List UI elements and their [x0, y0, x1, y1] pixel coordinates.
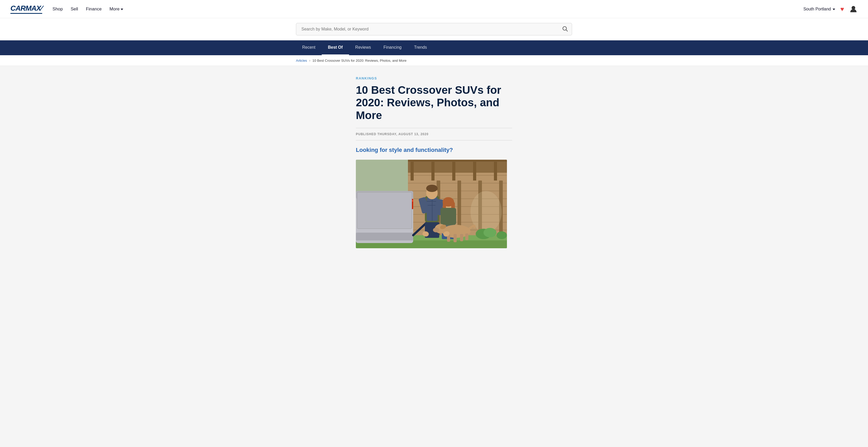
location-chevron-icon [833, 9, 835, 10]
logo[interactable]: CARMAX ∕ [10, 4, 42, 14]
svg-rect-33 [356, 233, 413, 241]
article: RANKINGS 10 Best Crossover SUVs for 2020… [356, 76, 512, 248]
svg-point-55 [433, 228, 439, 232]
search-button[interactable] [562, 26, 568, 33]
article-published-date: PUBLISHED THURSDAY, AUGUST 13, 2020 [356, 132, 512, 136]
favorites-button[interactable]: ♥ [840, 5, 844, 13]
main-content: RANKINGS 10 Best Crossover SUVs for 2020… [0, 66, 868, 264]
article-hero-image [356, 160, 507, 248]
tab-reviews[interactable]: Reviews [349, 40, 377, 55]
svg-rect-17 [410, 160, 414, 181]
nav-shop[interactable]: Shop [53, 6, 63, 12]
tab-financing[interactable]: Financing [377, 40, 408, 55]
svg-rect-34 [357, 192, 412, 229]
svg-rect-20 [473, 160, 476, 181]
breadcrumb-inner: Articles › 10 Best Crossover SUVs for 20… [296, 58, 572, 63]
svg-rect-21 [494, 160, 497, 181]
article-divider-bottom [356, 140, 512, 140]
article-nav: Recent Best Of Reviews Financing Trends [0, 40, 868, 55]
search-icon [562, 26, 568, 32]
svg-rect-59 [460, 234, 463, 241]
svg-point-1 [563, 27, 567, 30]
svg-rect-58 [454, 234, 457, 242]
article-nav-inner: Recent Best Of Reviews Financing Trends [296, 40, 572, 55]
nav-sell[interactable]: Sell [71, 6, 78, 12]
breadcrumb: Articles › 10 Best Crossover SUVs for 20… [0, 55, 868, 66]
svg-point-0 [851, 6, 855, 10]
article-title: 10 Best Crossover SUVs for 2020: Reviews… [356, 84, 512, 122]
svg-point-65 [497, 231, 507, 239]
main-nav: Shop Sell Finance More [53, 6, 123, 12]
svg-point-64 [484, 228, 497, 237]
chevron-down-icon [121, 9, 123, 10]
tab-best-of[interactable]: Best Of [322, 40, 349, 55]
header-right: South Portland ♥ [803, 5, 858, 13]
nav-more[interactable]: More [110, 6, 123, 12]
location-label: South Portland [803, 7, 831, 11]
svg-rect-16 [408, 160, 507, 162]
nav-finance[interactable]: Finance [86, 6, 102, 12]
location-selector[interactable]: South Portland [803, 7, 835, 11]
article-category: RANKINGS [356, 76, 512, 80]
breadcrumb-parent-link[interactable]: Articles [296, 59, 307, 63]
svg-rect-60 [465, 233, 468, 240]
breadcrumb-current: 10 Best Crossover SUVs for 2020: Reviews… [312, 59, 406, 63]
search-input[interactable] [296, 23, 572, 35]
hero-scene-svg [356, 160, 507, 248]
site-header: CARMAX ∕ Shop Sell Finance More South Po… [0, 0, 868, 18]
svg-point-42 [426, 185, 438, 192]
header-left: CARMAX ∕ Shop Sell Finance More [10, 4, 123, 14]
logo-text: CARMAX [10, 4, 41, 12]
logo-underline [10, 13, 42, 14]
user-account-button[interactable] [849, 5, 858, 13]
logo-slash: ∕ [41, 4, 42, 12]
svg-line-2 [566, 30, 568, 32]
svg-rect-19 [452, 160, 455, 181]
logo-wordmark: CARMAX ∕ [10, 4, 42, 12]
tab-trends[interactable]: Trends [408, 40, 433, 55]
search-container [296, 23, 572, 35]
breadcrumb-separator-icon: › [309, 58, 311, 63]
article-subtitle: Looking for style and functionality? [356, 147, 512, 153]
svg-rect-52 [440, 208, 456, 225]
search-section [0, 18, 868, 40]
svg-rect-18 [431, 160, 435, 181]
tab-recent[interactable]: Recent [296, 40, 322, 55]
